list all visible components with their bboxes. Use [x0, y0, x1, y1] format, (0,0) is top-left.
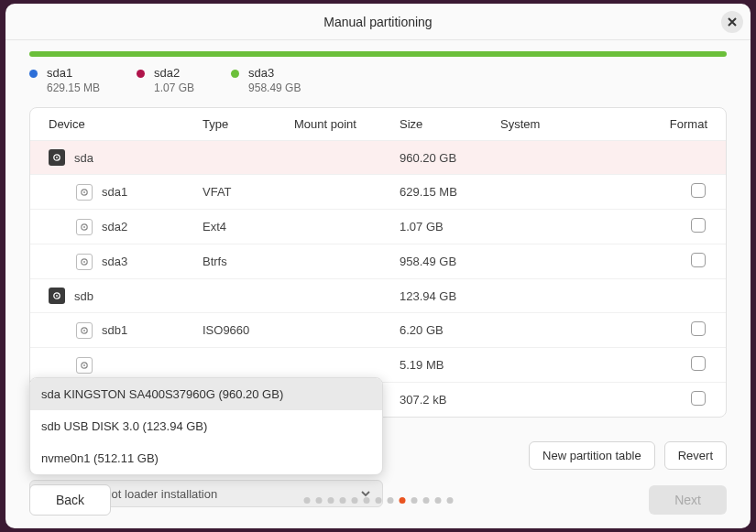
titlebar: Manual partitioning: [5, 4, 751, 40]
col-mount: Mount point: [287, 108, 392, 141]
table-row[interactable]: sda 960.20 GB: [30, 141, 726, 175]
legend-size: 629.15 MB: [47, 81, 100, 94]
col-type: Type: [195, 108, 287, 141]
device-name: sdb: [74, 289, 93, 303]
legend-size: 958.49 GB: [248, 81, 301, 94]
partition-legend: sda1 629.15 MB sda2 1.07 GB sda3 958.49 …: [29, 66, 727, 94]
table-actions: New partition table Revert: [529, 441, 727, 470]
bootloader-option[interactable]: nvme0n1 (512.11 GB): [30, 442, 382, 474]
cell-system: [493, 383, 662, 418]
step-dot: [363, 497, 369, 504]
svg-point-1: [56, 157, 58, 158]
format-checkbox[interactable]: [691, 183, 706, 198]
new-partition-table-button[interactable]: New partition table: [529, 441, 655, 470]
partition-table: Device Type Mount point Size System Form…: [29, 107, 727, 418]
cell-type: ISO9660: [195, 313, 287, 348]
content-area: sda1 629.15 MB sda2 1.07 GB sda3 958.49 …: [5, 40, 751, 528]
legend-dot: [137, 70, 145, 78]
disk-icon: [49, 149, 65, 166]
step-dot: [315, 497, 322, 504]
page-title: Manual partitioning: [323, 15, 432, 29]
partition-icon: [76, 254, 93, 270]
step-indicator: [303, 497, 453, 504]
svg-point-5: [83, 226, 85, 228]
legend-dot: [29, 70, 38, 78]
col-system: System: [493, 108, 662, 141]
svg-point-7: [83, 261, 85, 263]
legend-item: sda2 1.07 GB: [137, 66, 194, 94]
col-format: Format: [662, 108, 726, 141]
cell-system: [493, 244, 662, 279]
cell-size: 1.07 GB: [392, 210, 493, 244]
table-row[interactable]: sdb1 ISO9660 6.20 GB: [30, 313, 726, 348]
cell-mount: [287, 244, 392, 279]
table-row[interactable]: sda3 Btrfs 958.49 GB: [30, 244, 726, 279]
cell-size: 5.19 MB: [392, 348, 493, 383]
table-row[interactable]: sda1 VFAT 629.15 MB: [30, 175, 726, 210]
step-dot: [339, 497, 345, 504]
cell-size: 958.49 GB: [392, 244, 493, 279]
cell-system: [493, 210, 662, 244]
cell-type: [195, 279, 287, 313]
step-dot: [351, 497, 357, 504]
disk-usage-bar: [29, 51, 727, 57]
format-checkbox[interactable]: [691, 253, 706, 267]
table-header-row: Device Type Mount point Size System Form…: [30, 108, 726, 141]
next-button[interactable]: Next: [649, 485, 727, 515]
step-dot: [327, 497, 334, 504]
legend-size: 1.07 GB: [154, 81, 194, 94]
bootloader-dropdown-popup[interactable]: sda KINGSTON SA400S37960G (960.20 GB)sdb…: [29, 377, 383, 475]
cell-size: 6.20 GB: [392, 313, 493, 348]
cell-mount: [287, 313, 392, 348]
partition-icon: [76, 357, 93, 374]
installer-window: Manual partitioning sda1 629.15 MB sda2 …: [5, 4, 751, 528]
cell-mount: [287, 175, 392, 210]
step-dot: [375, 497, 381, 504]
legend-label: sda3: [248, 66, 301, 80]
svg-point-11: [83, 330, 85, 331]
format-checkbox[interactable]: [691, 218, 706, 233]
legend-label: sda1: [47, 66, 100, 80]
step-dot: [434, 497, 441, 504]
cell-mount: [287, 141, 392, 175]
format-checkbox[interactable]: [691, 356, 706, 371]
legend-label: sda2: [154, 66, 194, 80]
device-name: sda1: [102, 185, 127, 199]
cell-type: Btrfs: [195, 244, 287, 279]
cell-system: [493, 313, 662, 348]
step-dot: [446, 497, 453, 504]
cell-size: 307.2 kB: [392, 383, 493, 418]
cell-system: [493, 279, 662, 313]
bootloader-option[interactable]: sda KINGSTON SA400S37960G (960.20 GB): [30, 378, 382, 410]
step-dot: [303, 497, 310, 504]
legend-dot: [231, 70, 239, 78]
cell-type: VFAT: [195, 175, 287, 210]
cell-system: [493, 141, 662, 175]
disk-icon: [49, 288, 65, 304]
step-dot: [387, 497, 393, 504]
device-name: sda2: [102, 220, 127, 233]
svg-point-3: [83, 191, 85, 193]
back-button[interactable]: Back: [29, 484, 111, 516]
col-device: Device: [30, 108, 195, 141]
device-name: sda: [74, 151, 93, 165]
cell-mount: [287, 279, 392, 313]
table-row[interactable]: sda2 Ext4 1.07 GB: [30, 210, 726, 244]
table-row[interactable]: sdb 123.94 GB: [30, 279, 726, 313]
cell-system: [493, 348, 662, 383]
revert-button[interactable]: Revert: [664, 441, 727, 470]
cell-type: Ext4: [195, 210, 287, 244]
format-checkbox[interactable]: [691, 321, 706, 336]
svg-point-9: [56, 295, 58, 297]
cell-size: 960.20 GB: [392, 141, 493, 175]
bootloader-option[interactable]: sdb USB DISK 3.0 (123.94 GB): [30, 410, 382, 442]
partition-icon: [76, 322, 93, 339]
svg-point-13: [83, 364, 85, 366]
cell-size: 123.94 GB: [392, 279, 493, 313]
cell-size: 629.15 MB: [392, 175, 493, 210]
close-button[interactable]: [721, 11, 743, 33]
device-name: sdb1: [102, 323, 127, 337]
legend-item: sda3 958.49 GB: [231, 66, 301, 94]
format-checkbox[interactable]: [691, 391, 706, 406]
step-dot: [422, 497, 429, 504]
